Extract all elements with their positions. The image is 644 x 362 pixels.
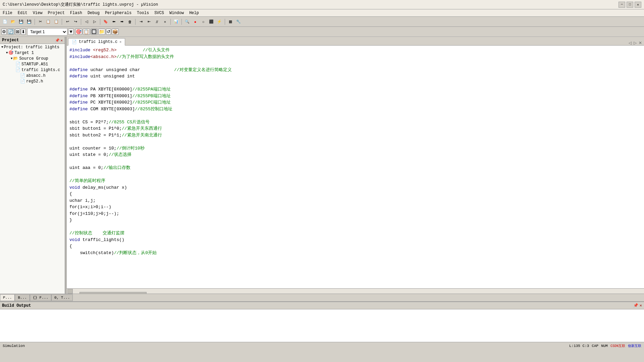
bookmark-prev-button[interactable]: ⬅ [110, 18, 117, 25]
close-editor-button[interactable]: ✕ [638, 41, 643, 45]
copy-button[interactable]: 📋 [45, 18, 52, 25]
menu-item-view[interactable]: View [30, 10, 45, 16]
uncomment-button[interactable]: × [161, 18, 169, 25]
menu-item-file[interactable]: File [0, 10, 15, 16]
bottom-tab-2[interactable]: {} F... [30, 294, 51, 301]
brand-text: CSDN互联 [610, 344, 625, 348]
file-icon: 📄 [20, 79, 25, 84]
tab-label: traffic lights.c [79, 40, 117, 44]
target-options-button[interactable]: ▼ [68, 28, 74, 35]
editor-horizontal-scrollbar[interactable] [67, 288, 644, 294]
tree-expand-icon: ▼ [6, 51, 8, 55]
menu-item-window[interactable]: Window [167, 10, 186, 16]
sep6 [170, 19, 171, 25]
tree-item-5[interactable]: 📄absacc.h [0, 73, 65, 78]
unindent-button[interactable]: ⇤ [145, 18, 153, 25]
save-all-button[interactable]: 💾 [25, 18, 33, 25]
editor-tab-bar: 📄 traffic lights.c ✕ ◁ ▷ ✕ [67, 37, 644, 46]
comment-button[interactable]: // [153, 18, 161, 25]
nav-fwd-button[interactable]: ▷ [91, 18, 98, 25]
paste-button[interactable]: 📋 [53, 18, 60, 25]
minimize-button[interactable]: ─ [619, 2, 625, 8]
save-button[interactable]: 💾 [17, 18, 25, 25]
tree-item-0[interactable]: ▼Project: traffic lights [0, 45, 65, 50]
editor-tab-traffic-lights[interactable]: 📄 traffic lights.c ✕ [68, 38, 125, 46]
debug-step-button[interactable]: ⚡ [216, 18, 223, 25]
manage-button[interactable]: 📁 [98, 28, 105, 35]
menu-item-edit[interactable]: Edit [15, 10, 30, 16]
scroll-left-tab-button[interactable]: ◁ [628, 41, 632, 45]
tree-item-3[interactable]: 📄STARTUP.A51 [0, 61, 65, 67]
close-panel-icon[interactable]: ✕ [60, 38, 63, 43]
simulation-status: Simulation [3, 344, 25, 348]
build-output-close-icon[interactable]: ✕ [640, 303, 642, 308]
debug-stop-button[interactable]: ⬛ [208, 18, 215, 25]
build-output-pin-icon[interactable]: 📌 [633, 303, 638, 308]
toolbar-secondary: ⚙ 🔄 ⊠ ⬇ Target 1 ▼ 🎯 📋 🔲 📁 ↺ 📦 [0, 27, 644, 37]
close-button[interactable]: ✕ [635, 2, 641, 8]
tree-expand-icon: ▼ [11, 57, 12, 60]
main-layout: Project 📌 ✕ ▼Project: traffic lights▼🎯Ta… [0, 37, 644, 294]
sep1 [35, 19, 35, 25]
file-icon: 📄 [15, 67, 20, 72]
undo-button[interactable]: ↩ [64, 18, 71, 25]
open-file-button[interactable]: 📂 [9, 18, 17, 25]
indent-button[interactable]: ⇥ [137, 18, 145, 25]
bookmark-next-button[interactable]: ➡ [118, 18, 125, 25]
view-toggle-button[interactable]: ▦ [227, 18, 234, 25]
wizard-button[interactable]: 🎯 [75, 28, 82, 35]
project-panel: Project 📌 ✕ ▼Project: traffic lights▼🎯Ta… [0, 37, 65, 294]
config-button[interactable]: 📋 [83, 28, 90, 35]
menu-item-project[interactable]: Project [45, 10, 67, 16]
bottom-tab-0[interactable]: P... [0, 294, 15, 301]
build-output-controls: 📌 ✕ [633, 303, 642, 308]
refresh-button[interactable]: ↺ [106, 28, 111, 35]
redo-button[interactable]: ↪ [72, 18, 79, 25]
tree-item-6[interactable]: 📄reg52.h [0, 78, 65, 84]
sep7 [181, 19, 182, 25]
menu-item-svcs[interactable]: SVCS [152, 10, 167, 16]
menu-item-peripherals[interactable]: Peripherals [102, 10, 134, 16]
tab-close-icon[interactable]: ✕ [119, 40, 121, 44]
cut-button[interactable]: ✂ [37, 18, 44, 25]
nav-back-button[interactable]: ◁ [83, 18, 90, 25]
settings-button[interactable]: 🔧 [235, 18, 242, 25]
maximize-button[interactable]: □ [627, 2, 633, 8]
project-tree: ▼Project: traffic lights▼🎯Target 1▼📂Sour… [0, 44, 65, 294]
tree-item-2[interactable]: ▼📂Source Group [0, 56, 65, 61]
find-button[interactable]: 🔍 [183, 18, 191, 25]
code-editor[interactable]: #include <reg52.h> //引入头文件 #include<absa… [67, 46, 644, 288]
new-file-button[interactable]: 📄 [1, 18, 9, 25]
menu-item-help[interactable]: Help [186, 10, 202, 16]
sep5 [135, 19, 136, 25]
build-output-content [0, 309, 644, 342]
pin-icon[interactable]: 📌 [55, 38, 60, 43]
bookmark-clear-button[interactable]: 🗑 [126, 18, 133, 25]
build-button[interactable]: ⚙ [1, 28, 7, 35]
menu-item-flash[interactable]: Flash [67, 10, 85, 16]
scroll-right-tab-button[interactable]: ▷ [633, 41, 637, 45]
build-output-button[interactable]: 📊 [172, 18, 180, 25]
bookmark-button[interactable]: 🔖 [102, 18, 109, 25]
file-icon: 📄 [20, 73, 25, 78]
stop-build-button[interactable]: ⊠ [15, 28, 20, 35]
tree-item-1[interactable]: ▼🎯Target 1 [0, 50, 65, 56]
download-button[interactable]: ⬇ [21, 28, 26, 35]
debug-run-button[interactable]: ● [192, 18, 199, 25]
bottom-tab-1[interactable]: B... [15, 294, 30, 301]
bottom-tab-3[interactable]: 0, T... [51, 294, 73, 301]
title-bar: C:\Users\lenovo\Desktop\交通灯实验\traffic li… [0, 0, 644, 9]
target-selector[interactable]: Target 1 [27, 28, 67, 36]
code-content: #include <reg52.h> //引入头文件 #include<absa… [67, 46, 644, 257]
tree-label: reg52.h [26, 79, 43, 84]
rebuild-button[interactable]: 🔄 [7, 28, 14, 35]
pack-button[interactable]: 📦 [112, 28, 119, 35]
caps-lock-status: CAP [592, 344, 598, 348]
tab-controls: ◁ ▷ ✕ [627, 41, 644, 45]
sep8 [225, 19, 225, 25]
options-button[interactable]: 🔲 [91, 28, 98, 35]
menu-item-debug[interactable]: Debug [85, 10, 102, 16]
debug-circle-button[interactable]: ○ [200, 18, 207, 25]
tree-item-4[interactable]: 📄traffic lights.c [0, 67, 65, 73]
menu-item-tools[interactable]: Tools [134, 10, 152, 16]
